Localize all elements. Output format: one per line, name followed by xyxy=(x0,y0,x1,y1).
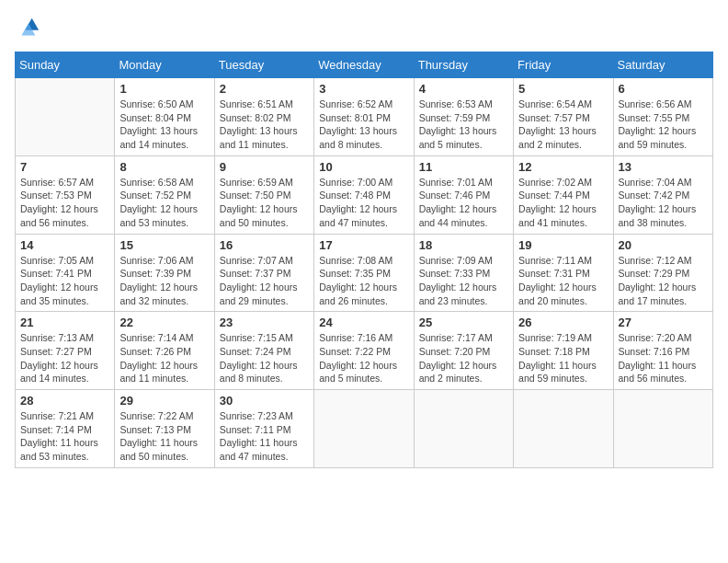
weekday-header: Tuesday xyxy=(214,52,313,78)
calendar-cell: 20Sunrise: 7:12 AMSunset: 7:29 PMDayligh… xyxy=(613,234,712,312)
calendar-cell xyxy=(314,390,414,468)
calendar-cell: 25Sunrise: 7:17 AMSunset: 7:20 PMDayligh… xyxy=(414,312,513,390)
weekday-header: Monday xyxy=(115,52,214,78)
day-number: 5 xyxy=(518,82,608,96)
calendar-cell: 24Sunrise: 7:16 AMSunset: 7:22 PMDayligh… xyxy=(314,312,414,390)
day-info: Sunrise: 6:56 AMSunset: 7:55 PMDaylight:… xyxy=(619,98,708,152)
weekday-header: Saturday xyxy=(613,52,712,78)
day-info: Sunrise: 6:59 AMSunset: 7:50 PMDaylight:… xyxy=(220,176,309,230)
calendar-cell: 28Sunrise: 7:21 AMSunset: 7:14 PMDayligh… xyxy=(16,390,115,468)
day-info: Sunrise: 7:07 AMSunset: 7:37 PMDaylight:… xyxy=(220,254,309,308)
calendar-cell: 16Sunrise: 7:07 AMSunset: 7:37 PMDayligh… xyxy=(214,234,313,312)
day-info: Sunrise: 7:13 AMSunset: 7:27 PMDaylight:… xyxy=(20,331,109,385)
calendar-cell: 27Sunrise: 7:20 AMSunset: 7:16 PMDayligh… xyxy=(613,312,712,390)
calendar-cell: 14Sunrise: 7:05 AMSunset: 7:41 PMDayligh… xyxy=(16,234,115,312)
calendar-cell: 26Sunrise: 7:19 AMSunset: 7:18 PMDayligh… xyxy=(514,312,613,390)
calendar-cell: 2Sunrise: 6:51 AMSunset: 8:02 PMDaylight… xyxy=(214,78,313,156)
day-number: 24 xyxy=(319,316,408,329)
calendar-cell: 1Sunrise: 6:50 AMSunset: 8:04 PMDaylight… xyxy=(115,78,214,156)
day-info: Sunrise: 7:08 AMSunset: 7:35 PMDaylight:… xyxy=(319,254,408,308)
calendar-week-row: 7Sunrise: 6:57 AMSunset: 7:53 PMDaylight… xyxy=(16,155,713,234)
calendar-cell xyxy=(414,390,513,468)
calendar-cell: 19Sunrise: 7:11 AMSunset: 7:31 PMDayligh… xyxy=(514,234,613,312)
calendar-week-row: 14Sunrise: 7:05 AMSunset: 7:41 PMDayligh… xyxy=(16,234,713,312)
day-number: 18 xyxy=(419,238,508,252)
day-info: Sunrise: 7:22 AMSunset: 7:13 PMDaylight:… xyxy=(119,409,209,464)
calendar-cell: 23Sunrise: 7:15 AMSunset: 7:24 PMDayligh… xyxy=(214,312,313,390)
day-info: Sunrise: 7:05 AMSunset: 7:41 PMDaylight:… xyxy=(20,254,109,308)
calendar-cell xyxy=(16,78,115,156)
logo-icon xyxy=(15,15,40,40)
day-info: Sunrise: 7:14 AMSunset: 7:26 PMDaylight:… xyxy=(119,331,209,385)
weekday-header: Thursday xyxy=(414,52,513,78)
day-number: 20 xyxy=(619,238,708,252)
calendar-cell: 22Sunrise: 7:14 AMSunset: 7:26 PMDayligh… xyxy=(115,312,214,390)
weekday-header: Wednesday xyxy=(314,52,414,78)
calendar-week-row: 21Sunrise: 7:13 AMSunset: 7:27 PMDayligh… xyxy=(16,312,713,390)
calendar-week-row: 28Sunrise: 7:21 AMSunset: 7:14 PMDayligh… xyxy=(16,390,713,468)
calendar-cell: 10Sunrise: 7:00 AMSunset: 7:48 PMDayligh… xyxy=(314,155,414,234)
calendar-cell: 8Sunrise: 6:58 AMSunset: 7:52 PMDaylight… xyxy=(115,155,214,234)
calendar-cell: 17Sunrise: 7:08 AMSunset: 7:35 PMDayligh… xyxy=(314,234,414,312)
day-info: Sunrise: 7:23 AMSunset: 7:11 PMDaylight:… xyxy=(220,409,309,464)
day-info: Sunrise: 6:53 AMSunset: 7:59 PMDaylight:… xyxy=(419,98,508,152)
day-info: Sunrise: 7:00 AMSunset: 7:48 PMDaylight:… xyxy=(319,176,408,230)
day-number: 9 xyxy=(220,160,309,174)
day-info: Sunrise: 7:04 AMSunset: 7:42 PMDaylight:… xyxy=(619,176,708,230)
day-info: Sunrise: 7:21 AMSunset: 7:14 PMDaylight:… xyxy=(20,409,109,464)
day-number: 14 xyxy=(20,238,109,252)
day-number: 3 xyxy=(319,82,408,96)
weekday-header-row: SundayMondayTuesdayWednesdayThursdayFrid… xyxy=(16,52,713,78)
day-info: Sunrise: 6:54 AMSunset: 7:57 PMDaylight:… xyxy=(518,98,608,152)
weekday-header: Friday xyxy=(514,52,613,78)
day-number: 22 xyxy=(119,316,209,329)
day-number: 10 xyxy=(319,160,408,174)
day-number: 28 xyxy=(20,394,109,408)
day-number: 25 xyxy=(419,316,508,329)
day-number: 13 xyxy=(619,160,708,174)
calendar-week-row: 1Sunrise: 6:50 AMSunset: 8:04 PMDaylight… xyxy=(16,78,713,156)
day-info: Sunrise: 7:12 AMSunset: 7:29 PMDaylight:… xyxy=(619,254,708,308)
day-info: Sunrise: 7:17 AMSunset: 7:20 PMDaylight:… xyxy=(419,331,508,385)
day-number: 27 xyxy=(619,316,708,329)
day-info: Sunrise: 7:02 AMSunset: 7:44 PMDaylight:… xyxy=(518,176,608,230)
day-number: 1 xyxy=(119,82,209,96)
day-info: Sunrise: 7:19 AMSunset: 7:18 PMDaylight:… xyxy=(518,331,608,385)
day-info: Sunrise: 7:09 AMSunset: 7:33 PMDaylight:… xyxy=(419,254,508,308)
day-number: 6 xyxy=(619,82,708,96)
calendar-cell: 3Sunrise: 6:52 AMSunset: 8:01 PMDaylight… xyxy=(314,78,414,156)
calendar-cell: 15Sunrise: 7:06 AMSunset: 7:39 PMDayligh… xyxy=(115,234,214,312)
day-info: Sunrise: 7:16 AMSunset: 7:22 PMDaylight:… xyxy=(319,331,408,385)
day-number: 19 xyxy=(518,238,608,252)
calendar-cell: 29Sunrise: 7:22 AMSunset: 7:13 PMDayligh… xyxy=(115,390,214,468)
calendar-cell: 21Sunrise: 7:13 AMSunset: 7:27 PMDayligh… xyxy=(16,312,115,390)
day-number: 26 xyxy=(518,316,608,329)
day-number: 29 xyxy=(119,394,209,408)
day-number: 30 xyxy=(220,394,309,408)
weekday-header: Sunday xyxy=(16,52,115,78)
calendar-cell: 7Sunrise: 6:57 AMSunset: 7:53 PMDaylight… xyxy=(16,155,115,234)
day-info: Sunrise: 7:11 AMSunset: 7:31 PMDaylight:… xyxy=(518,254,608,308)
calendar-cell xyxy=(613,390,712,468)
day-info: Sunrise: 7:15 AMSunset: 7:24 PMDaylight:… xyxy=(220,331,309,385)
calendar-cell: 11Sunrise: 7:01 AMSunset: 7:46 PMDayligh… xyxy=(414,155,513,234)
calendar-cell: 4Sunrise: 6:53 AMSunset: 7:59 PMDaylight… xyxy=(414,78,513,156)
day-number: 15 xyxy=(119,238,209,252)
day-info: Sunrise: 6:58 AMSunset: 7:52 PMDaylight:… xyxy=(119,176,209,230)
calendar-cell: 12Sunrise: 7:02 AMSunset: 7:44 PMDayligh… xyxy=(514,155,613,234)
day-number: 8 xyxy=(119,160,209,174)
day-number: 12 xyxy=(518,160,608,174)
day-number: 16 xyxy=(220,238,309,252)
day-info: Sunrise: 6:57 AMSunset: 7:53 PMDaylight:… xyxy=(20,176,109,230)
calendar-cell: 6Sunrise: 6:56 AMSunset: 7:55 PMDaylight… xyxy=(613,78,712,156)
day-number: 4 xyxy=(419,82,508,96)
day-number: 23 xyxy=(220,316,309,329)
day-info: Sunrise: 7:01 AMSunset: 7:46 PMDaylight:… xyxy=(419,176,508,230)
page-header xyxy=(15,15,713,40)
day-info: Sunrise: 6:50 AMSunset: 8:04 PMDaylight:… xyxy=(119,98,209,152)
day-info: Sunrise: 7:20 AMSunset: 7:16 PMDaylight:… xyxy=(619,331,708,385)
calendar-table: SundayMondayTuesdayWednesdayThursdayFrid… xyxy=(15,52,713,468)
logo xyxy=(15,15,44,40)
calendar-cell: 18Sunrise: 7:09 AMSunset: 7:33 PMDayligh… xyxy=(414,234,513,312)
day-number: 7 xyxy=(20,160,109,174)
